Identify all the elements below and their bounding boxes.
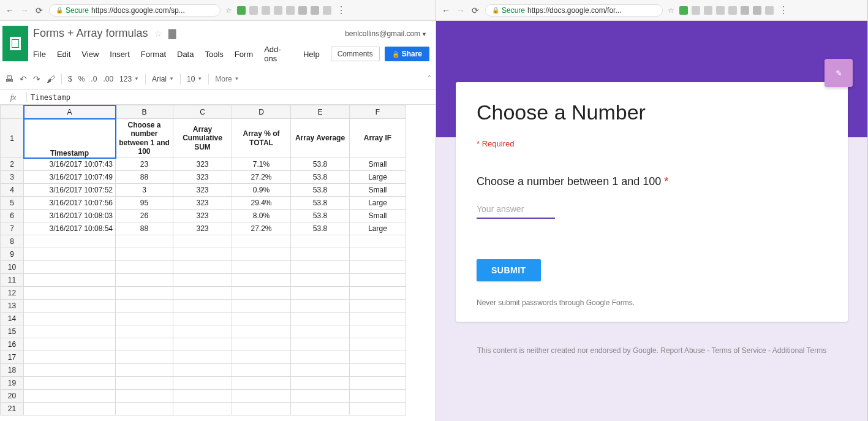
url-bar[interactable]: 🔒 Secure https://docs.google.com/sp... — [49, 4, 221, 17]
cell[interactable]: 23 — [116, 158, 173, 171]
cell[interactable] — [173, 248, 232, 261]
cell[interactable]: 26 — [116, 210, 173, 222]
chrome-menu-icon[interactable]: ⋮ — [336, 4, 346, 16]
cell[interactable]: 95 — [116, 197, 173, 210]
cell[interactable]: Choose a number between 1 and 100 — [116, 119, 173, 158]
cell[interactable] — [232, 235, 291, 248]
tb-currency[interactable]: $ — [68, 75, 72, 83]
cell[interactable]: 3/16/2017 10:07:56 — [24, 197, 116, 210]
comments-button[interactable]: Comments — [331, 47, 380, 61]
cell[interactable] — [24, 261, 116, 274]
reload-icon[interactable]: ⟳ — [470, 6, 480, 15]
row-hdr[interactable]: 2 — [1, 158, 24, 171]
row-hdr[interactable]: 11 — [1, 274, 24, 287]
cell[interactable] — [116, 325, 173, 338]
cell[interactable]: Large — [350, 197, 406, 210]
cell[interactable] — [350, 364, 406, 377]
cell[interactable] — [24, 313, 116, 325]
cell[interactable] — [232, 274, 291, 287]
cell[interactable]: 3/16/2017 10:07:43 — [24, 158, 116, 171]
row-hdr[interactable]: 5 — [1, 197, 24, 210]
menu-data[interactable]: Data — [177, 50, 194, 59]
cell[interactable]: 323 — [173, 171, 232, 184]
cell[interactable] — [350, 274, 406, 287]
cell[interactable] — [116, 364, 173, 377]
cell[interactable] — [291, 351, 350, 364]
cell[interactable]: Large — [350, 222, 406, 235]
cell[interactable] — [232, 338, 291, 351]
sheets-logo-icon[interactable] — [2, 26, 28, 61]
tb-dec2[interactable]: .00 — [103, 75, 113, 83]
cell[interactable]: Small — [350, 158, 406, 171]
cell[interactable]: 323 — [173, 184, 232, 197]
cell[interactable] — [350, 403, 406, 415]
ext-icon[interactable] — [237, 6, 246, 15]
cell[interactable] — [116, 338, 173, 351]
select-all-corner[interactable] — [1, 105, 24, 119]
cell[interactable] — [232, 261, 291, 274]
cell[interactable] — [291, 261, 350, 274]
cell[interactable] — [350, 377, 406, 390]
cell[interactable]: Array % of TOTAL — [232, 119, 291, 158]
cell[interactable]: 3 — [116, 184, 173, 197]
cell[interactable] — [24, 325, 116, 338]
cell[interactable] — [24, 377, 116, 390]
star-doc-icon[interactable]: ☆ — [154, 29, 162, 39]
row-hdr[interactable]: 7 — [1, 222, 24, 235]
cell[interactable] — [24, 351, 116, 364]
submit-button[interactable]: SUBMIT — [477, 259, 541, 281]
cell[interactable] — [291, 390, 350, 403]
cell[interactable] — [232, 300, 291, 313]
row-hdr[interactable]: 9 — [1, 248, 24, 261]
cell[interactable] — [116, 300, 173, 313]
cell[interactable] — [24, 248, 116, 261]
cell[interactable] — [173, 287, 232, 300]
cell[interactable]: Array Average — [291, 119, 350, 158]
cell[interactable] — [291, 235, 350, 248]
ext-icon[interactable] — [753, 6, 761, 15]
cell[interactable] — [232, 248, 291, 261]
cell[interactable] — [232, 364, 291, 377]
ext-icon[interactable] — [286, 6, 295, 15]
cell[interactable] — [24, 403, 116, 415]
forward-icon[interactable]: → — [456, 6, 466, 15]
paint-format-icon[interactable]: 🖌 — [47, 74, 55, 84]
cell[interactable] — [173, 300, 232, 313]
row-hdr[interactable]: 17 — [1, 351, 24, 364]
cell[interactable] — [350, 390, 406, 403]
url-bar[interactable]: 🔒 Secure https://docs.google.com/for... — [485, 4, 663, 17]
answer-input[interactable] — [477, 200, 555, 219]
cell[interactable]: 53.8 — [291, 210, 350, 222]
cell[interactable] — [173, 351, 232, 364]
cell[interactable]: 0.9% — [232, 184, 291, 197]
cell[interactable] — [291, 338, 350, 351]
cell[interactable]: 29.4% — [232, 197, 291, 210]
col-hdr-E[interactable]: E — [291, 105, 350, 119]
cell[interactable] — [24, 364, 116, 377]
ext-icon[interactable] — [765, 6, 774, 15]
cell[interactable] — [291, 364, 350, 377]
cell[interactable]: 27.2% — [232, 222, 291, 235]
cell[interactable] — [116, 248, 173, 261]
cell[interactable]: 323 — [173, 222, 232, 235]
cell[interactable] — [173, 377, 232, 390]
cell[interactable] — [173, 364, 232, 377]
undo-icon[interactable]: ↶ — [20, 74, 27, 84]
row-hdr[interactable]: 16 — [1, 338, 24, 351]
cell[interactable]: 323 — [173, 197, 232, 210]
cell[interactable] — [173, 325, 232, 338]
grid-area[interactable]: A B C D E F 1 Timestamp Choose a number … — [0, 105, 436, 421]
cell[interactable]: 27.2% — [232, 171, 291, 184]
bookmark-star-icon[interactable]: ☆ — [225, 6, 232, 15]
edit-fab[interactable]: ✎ — [825, 59, 853, 87]
cell[interactable]: Array Cumulative SUM — [173, 119, 232, 158]
cell[interactable] — [232, 403, 291, 415]
bookmark-star-icon[interactable]: ☆ — [668, 6, 674, 15]
row-hdr[interactable]: 3 — [1, 171, 24, 184]
collapse-icon[interactable]: ˆ — [428, 75, 431, 83]
ext-icon[interactable] — [741, 6, 749, 15]
cell[interactable] — [116, 390, 173, 403]
ext-icon[interactable] — [679, 6, 688, 15]
cell[interactable] — [291, 274, 350, 287]
row-hdr[interactable]: 12 — [1, 287, 24, 300]
